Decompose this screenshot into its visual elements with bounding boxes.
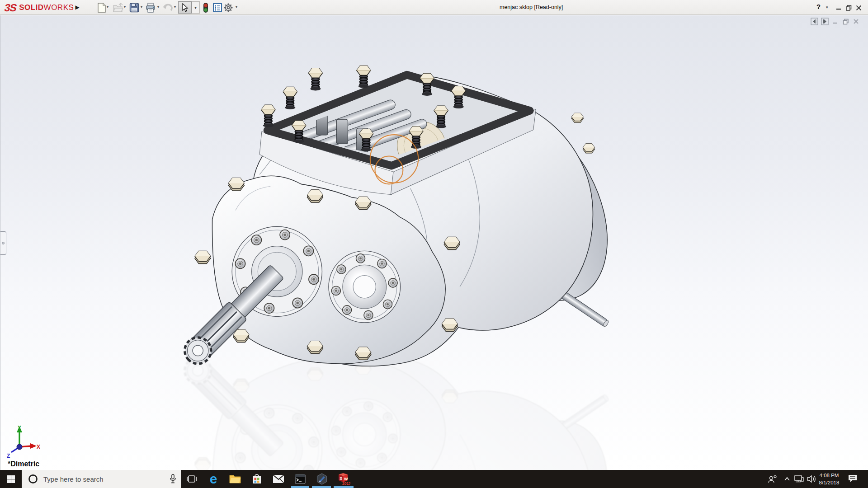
taskbar-search[interactable]: [22, 470, 181, 488]
save-icon: [129, 3, 139, 13]
windows-taskbar: e: [0, 470, 868, 488]
gearbox-model[interactable]: [179, 66, 638, 369]
svg-text:S: S: [340, 476, 342, 481]
next-window-button[interactable]: [821, 18, 829, 25]
clock-date: 8/1/2018: [816, 479, 843, 486]
select-arrow-icon: [181, 3, 189, 12]
search-input[interactable]: [43, 475, 152, 483]
print-button[interactable]: [145, 2, 156, 14]
title-bar: 3S SOLID WORKS ▶ ▾ ▾: [0, 0, 868, 15]
reference-triad: Y X Z: [4, 424, 40, 461]
document-title: menjac sklop [Read-only]: [500, 4, 563, 10]
minimize-button[interactable]: [835, 4, 843, 12]
graphics-viewport[interactable]: Y X Z *Dimetric: [0, 15, 868, 470]
close-button[interactable]: [854, 4, 863, 12]
new-document-dropdown[interactable]: ▾: [105, 5, 110, 10]
help-dropdown[interactable]: ▾: [826, 5, 828, 9]
minimize-document-icon: [832, 19, 838, 24]
axis-x-label: X: [37, 444, 40, 450]
restore-document-icon: [843, 19, 849, 25]
action-center-icon: [848, 474, 859, 484]
cortana-icon: [28, 474, 38, 484]
print-icon: [146, 3, 156, 13]
taskbar-app-hexagon[interactable]: [311, 470, 333, 488]
file-properties-button[interactable]: [212, 2, 223, 14]
document-window-controls: [811, 18, 860, 25]
microphone-icon[interactable]: [170, 474, 176, 484]
taskbar-app-edge[interactable]: e: [203, 470, 224, 488]
action-center-button[interactable]: [846, 470, 860, 488]
help-button[interactable]: ?: [816, 3, 821, 10]
options-button[interactable]: [222, 2, 234, 14]
taskbar-app-store[interactable]: [246, 470, 268, 488]
speaker-icon: [807, 475, 816, 483]
restore-document-button[interactable]: [842, 18, 849, 25]
running-indicator-solidworks: [334, 486, 354, 488]
mail-icon: [273, 474, 284, 483]
undo-icon: [162, 3, 173, 12]
view-orientation-label: *Dimetric: [8, 460, 39, 468]
save-dropdown[interactable]: ▾: [139, 5, 144, 10]
chevron-up-icon: [784, 477, 790, 481]
save-button[interactable]: [128, 2, 140, 14]
minimize-document-button[interactable]: [831, 18, 839, 25]
taskbar-app-mail[interactable]: [268, 470, 289, 488]
task-view-icon: [187, 474, 197, 483]
model-canvas[interactable]: [0, 15, 868, 470]
people-button[interactable]: [766, 470, 779, 488]
taskbar-app-command-prompt[interactable]: [289, 470, 311, 488]
svg-text:W: W: [344, 477, 348, 481]
taskbar-app-file-explorer[interactable]: [224, 470, 246, 488]
next-window-icon: [821, 18, 829, 25]
previous-window-button[interactable]: [811, 18, 818, 25]
rebuild-traffic-light-icon: [203, 2, 209, 13]
restore-button[interactable]: [844, 4, 853, 12]
select-tool-dropdown[interactable]: ▾: [192, 1, 200, 14]
brand-solid: SOLID: [19, 3, 43, 12]
previous-window-icon: [811, 18, 818, 25]
task-view-button[interactable]: [181, 470, 203, 488]
store-icon: [252, 474, 262, 484]
taskbar-clock[interactable]: 4:08 PM 8/1/2018: [816, 472, 843, 486]
rebuild-button[interactable]: [200, 2, 212, 14]
windows-logo-icon: [7, 475, 15, 483]
taskbar-app-solidworks[interactable]: S W 2017: [333, 470, 354, 488]
axis-z-label: Z: [7, 453, 10, 459]
solidworks-2017-icon: S W 2017: [337, 473, 350, 485]
running-indicator-hexagon-app: [312, 486, 331, 488]
solidworks-window: 3S SOLID WORKS ▶ ▾ ▾: [0, 0, 868, 488]
close-document-button[interactable]: [852, 18, 860, 25]
clock-time: 4:08 PM: [816, 472, 843, 479]
network-ethernet-icon: [794, 475, 804, 483]
command-prompt-icon: [295, 474, 306, 484]
brand-works: WORKS: [44, 3, 74, 12]
open-dropdown[interactable]: ▾: [123, 5, 127, 10]
file-explorer-icon: [229, 474, 241, 484]
panel-handle-dot: [2, 242, 5, 244]
close-document-icon: [853, 19, 859, 24]
print-dropdown[interactable]: ▾: [156, 5, 160, 10]
feature-manager-tab[interactable]: [0, 231, 6, 255]
select-tool-button[interactable]: [178, 1, 192, 14]
solidworks-logo: 3S SOLID WORKS: [5, 2, 74, 14]
gear-icon: [223, 3, 233, 13]
axis-y-label: Y: [18, 425, 21, 431]
hexagon-app-icon: [316, 473, 328, 485]
select-tool-group: ▾: [178, 1, 200, 14]
undo-dropdown[interactable]: ▾: [173, 5, 177, 10]
network-button[interactable]: [792, 470, 806, 488]
running-indicator-cmd: [291, 486, 309, 488]
start-button[interactable]: [0, 470, 22, 488]
people-icon: [768, 474, 778, 483]
minimize-icon: [836, 5, 841, 10]
toolbar-flyout-arrow[interactable]: ▶: [74, 2, 81, 12]
undo-button[interactable]: [162, 2, 174, 14]
options-dropdown[interactable]: ▾: [234, 5, 239, 10]
close-icon: [856, 5, 862, 11]
open-icon: [113, 3, 123, 13]
solidworks-logo-mark: 3S: [3, 2, 18, 14]
solidworks-year-label: 2017: [342, 481, 350, 485]
model-reflection: [179, 352, 638, 470]
restore-icon: [846, 5, 852, 11]
edge-icon: e: [210, 473, 217, 485]
